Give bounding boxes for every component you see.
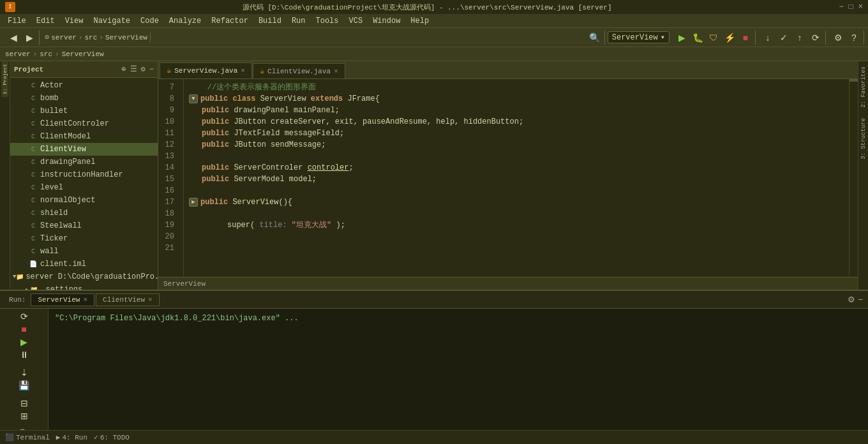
menu-vcs[interactable]: VCS — [344, 15, 368, 27]
fold-button-17[interactable]: ▶ — [189, 198, 198, 207]
tree-item-level[interactable]: C level — [10, 181, 158, 194]
breadcrumb-sep1: › — [33, 50, 38, 58]
run-config-name: ServerView — [612, 33, 658, 42]
tree-item-bomb[interactable]: C bomb — [10, 92, 158, 105]
tree-label-settings: .settings — [41, 285, 82, 290]
breadcrumb-serverview[interactable]: ServerView — [62, 50, 104, 58]
run-tab-clientview-close[interactable]: × — [148, 296, 153, 304]
line-num-16: 16 — [158, 185, 178, 196]
vcs-update-button[interactable]: ↓ — [761, 31, 775, 45]
line-num-8: 8 — [158, 93, 178, 105]
menu-analyze[interactable]: Analyze — [164, 15, 206, 27]
tree-item-clientcontroler[interactable]: C ClientControler — [10, 117, 158, 130]
tab-close-serverview[interactable]: × — [241, 67, 245, 75]
tree-item-drawingpanel[interactable]: C drawingPanel — [10, 156, 158, 168]
run-tab-serverview-close[interactable]: × — [83, 296, 87, 304]
run-tab-serverview[interactable]: ServerView × — [31, 293, 94, 306]
tree-item-server-root[interactable]: ▼ 📁 server D:\Code\graduationPro... — [10, 270, 158, 283]
toolbar-search-button[interactable]: 🔍 — [588, 31, 602, 45]
code-line-7: //这个类表示服务器的图形界面 — [189, 82, 844, 93]
menu-view[interactable]: View — [60, 15, 89, 27]
tree-item-actor[interactable]: C Actor — [10, 79, 158, 92]
tree-item-steelwall[interactable]: C Steelwall — [10, 219, 158, 232]
run-settings-button[interactable]: ⚙ — [848, 295, 855, 304]
vcs-commit-button[interactable]: ✓ — [777, 31, 791, 45]
favorites-tab[interactable]: 2: Favorites — [859, 61, 868, 113]
close-button[interactable]: × — [858, 3, 863, 11]
settings-button[interactable]: ⚙ — [831, 31, 845, 45]
project-collapse-btn[interactable]: − — [149, 65, 154, 74]
menu-tools[interactable]: Tools — [311, 15, 344, 27]
punct-paren-17: (){ — [278, 196, 292, 208]
code-line-11: public JTextField messageField; — [189, 128, 844, 139]
fold-button-8[interactable]: ▼ — [189, 94, 198, 103]
stop-button[interactable]: ■ — [738, 31, 752, 45]
toolbar-project-label: ⊙ — [45, 33, 49, 42]
terminal-button[interactable]: ⬛ Terminal — [5, 433, 50, 441]
stop-run-button[interactable]: ■ — [17, 324, 32, 334]
java-icon-clientview: ☕ — [260, 66, 264, 76]
tree-item-instructionhandler[interactable]: C instructionHandler — [10, 168, 158, 181]
menu-file[interactable]: File — [3, 15, 31, 27]
debug-button[interactable]: 🐛 — [691, 31, 705, 45]
line-num-13: 13 — [158, 151, 178, 162]
menu-code[interactable]: Code — [135, 15, 164, 27]
menu-navigate[interactable]: Navigate — [88, 15, 135, 27]
rerun-button[interactable]: ⟳ — [17, 311, 32, 322]
tree-item-wall[interactable]: C wall — [10, 245, 158, 258]
editor-status: ServerView — [158, 277, 858, 290]
breadcrumb-server[interactable]: server — [5, 50, 31, 58]
toolbar-back-button[interactable]: ◀ — [6, 31, 20, 45]
tree-item-client-iml[interactable]: 📄 client.iml — [10, 258, 158, 270]
minimize-button[interactable]: − — [839, 3, 843, 11]
tree-item-clientview[interactable]: C ClientView — [10, 143, 158, 156]
profiler-button[interactable]: ⚡ — [722, 31, 737, 45]
run-tab-clientview[interactable]: ClientView × — [96, 293, 160, 306]
class-icon-ticker: C — [28, 233, 38, 244]
maximize-button[interactable]: □ — [849, 3, 853, 11]
side-tab-project[interactable]: 1: Project — [1, 61, 8, 97]
tree-label-steelwall: Steelwall — [40, 221, 82, 230]
tree-item-bullet[interactable]: C bullet — [10, 105, 158, 117]
project-sync-btn[interactable]: ⊕ — [121, 64, 126, 74]
tree-item-ticker[interactable]: C Ticker — [10, 232, 158, 245]
run-view-button[interactable]: ▶ 4: Run — [56, 433, 87, 441]
toolbar-forward-button[interactable]: ▶ — [22, 31, 36, 45]
structure-tab[interactable]: 3: Structure — [859, 113, 868, 165]
scroll-to-end-button[interactable]: ⇣ — [17, 367, 32, 378]
run-button[interactable]: ▶ — [675, 31, 689, 45]
tree-item-settings[interactable]: ▶ 📁 .settings — [10, 283, 158, 290]
terminal-icon: ⬛ — [5, 433, 14, 441]
tab-clientview-java[interactable]: ☕ ClientView.java × — [253, 63, 345, 78]
code-content[interactable]: //这个类表示服务器的图形界面 ▼ public class ServerVie… — [184, 79, 849, 277]
run-minimize-button[interactable]: − — [858, 295, 863, 304]
project-settings-btn[interactable]: ⚙ — [141, 64, 146, 74]
project-tree: C Actor C bomb C bullet C ClientControle… — [10, 78, 158, 290]
save-output-button[interactable]: 💾 — [17, 380, 32, 390]
vcs-history-button[interactable]: ⟳ — [809, 31, 823, 45]
breadcrumb-src[interactable]: src — [40, 50, 52, 58]
fold-run-button[interactable]: ⊟ — [17, 398, 32, 408]
menu-refactor[interactable]: Refactor — [206, 15, 253, 27]
project-menu-btn[interactable]: ☰ — [130, 64, 137, 74]
expand-run-button[interactable]: ⊞ — [17, 411, 32, 421]
tree-item-normalobject[interactable]: C normalObject — [10, 194, 158, 207]
menu-build[interactable]: Build — [253, 15, 287, 27]
menu-bar: File Edit View Navigate Code Analyze Ref… — [0, 14, 868, 28]
menu-edit[interactable]: Edit — [31, 15, 60, 27]
tab-serverview-java[interactable]: ☕ ServerView.java × — [160, 63, 252, 78]
tree-item-shield[interactable]: C shield — [10, 207, 158, 219]
help-toolbar-button[interactable]: ? — [847, 31, 861, 45]
tree-item-clientmodel[interactable]: C ClientModel — [10, 130, 158, 143]
resume-button[interactable]: ▶ — [17, 337, 32, 347]
menu-window[interactable]: Window — [368, 15, 405, 27]
pause-run-button[interactable]: ⏸ — [17, 350, 32, 360]
run-configuration[interactable]: ServerView ▾ — [608, 31, 670, 43]
menu-help[interactable]: Help — [405, 15, 434, 27]
run-coverage-button[interactable]: 🛡 — [707, 31, 721, 45]
tab-close-clientview[interactable]: × — [334, 68, 338, 75]
class-icon-normalobject: C — [28, 195, 38, 205]
menu-run[interactable]: Run — [287, 15, 311, 27]
todo-button[interactable]: ✓ 6: TODO — [94, 433, 130, 441]
vcs-push-button[interactable]: ↑ — [793, 31, 807, 45]
